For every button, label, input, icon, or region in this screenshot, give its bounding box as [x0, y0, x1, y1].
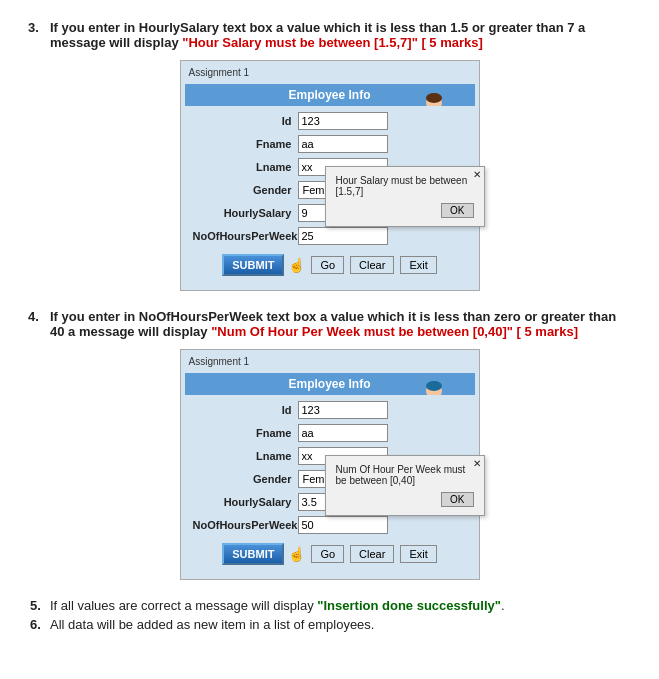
app-body-1: Id Fname Lname Gender Female Male ✕: [185, 106, 475, 286]
instruction-5: If all values are correct a message will…: [30, 598, 629, 613]
noofhours-label-2: NoOfHoursPerWeek: [193, 519, 298, 531]
instruction-3-text: 3. If you enter in HourlySalary text box…: [30, 20, 629, 50]
go-btn-2[interactable]: Go: [311, 545, 344, 563]
form-row-id-2: Id: [193, 401, 467, 419]
employee-info-title-1: Employee Info: [288, 88, 370, 102]
lname-label-2: Lname: [193, 450, 298, 462]
lname-label-1: Lname: [193, 161, 298, 173]
employee-info-title-2: Employee Info: [288, 377, 370, 391]
cursor-icon-1: ☝: [288, 257, 305, 273]
gender-label-1: Gender: [193, 184, 298, 196]
noofhours-input-1[interactable]: [298, 227, 388, 245]
instruction-6-text: All data will be added as new item in a …: [50, 617, 374, 632]
instruction-5-after: .: [501, 598, 505, 613]
submit-btn-2[interactable]: SUBMIT: [222, 543, 284, 565]
noofhours-label-1: NoOfHoursPerWeek: [193, 230, 298, 242]
instruction-4-text: 4. If you enter in NoOfHoursPerWeek text…: [30, 309, 629, 339]
instruction-4-number: 4.: [28, 309, 39, 324]
dialog-2: ✕ Num Of Hour Per Week must be between […: [325, 455, 485, 516]
form-row-fname-1: Fname: [193, 135, 467, 153]
instructions-56: If all values are correct a message will…: [30, 598, 629, 632]
form-row-noofhours-2: NoOfHoursPerWeek: [193, 516, 467, 534]
instruction-3-end: [ 5 marks]: [418, 35, 483, 50]
instruction-4: 4. If you enter in NoOfHoursPerWeek text…: [30, 309, 629, 580]
id-label-2: Id: [193, 404, 298, 416]
svg-point-11: [426, 381, 442, 391]
id-input-2[interactable]: [298, 401, 388, 419]
exit-btn-2[interactable]: Exit: [400, 545, 436, 563]
instruction-3: 3. If you enter in HourlySalary text box…: [30, 20, 629, 291]
instruction-3-number: 3.: [28, 20, 39, 35]
id-label-1: Id: [193, 115, 298, 127]
form-row-noofhours-1: NoOfHoursPerWeek: [193, 227, 467, 245]
instruction-6: All data will be added as new item in a …: [30, 617, 629, 632]
form-row-id-1: Id: [193, 112, 467, 130]
hourly-label-2: HourlySalary: [193, 496, 298, 508]
id-input-1[interactable]: [298, 112, 388, 130]
fname-label-2: Fname: [193, 427, 298, 439]
fname-label-1: Fname: [193, 138, 298, 150]
exit-btn-1[interactable]: Exit: [400, 256, 436, 274]
form-row-fname-2: Fname: [193, 424, 467, 442]
dialog-close-1[interactable]: ✕: [473, 169, 481, 180]
submit-btn-1[interactable]: SUBMIT: [222, 254, 284, 276]
instruction-3-highlight: "Hour Salary must be between [1.5,7]": [182, 35, 418, 50]
dialog-close-2[interactable]: ✕: [473, 458, 481, 469]
app-title-bar-1: Assignment 1: [185, 65, 475, 80]
dialog-ok-btn-1[interactable]: OK: [441, 203, 473, 218]
form-row-gender-2: Gender Female Male ✕ Num Of Hour Per Wee…: [193, 470, 467, 488]
dialog-message-1: Hour Salary must be between [1.5,7]: [336, 175, 474, 197]
instruction-5-before: If all values are correct a message will…: [50, 598, 317, 613]
dialog-1: ✕ Hour Salary must be between [1.5,7] OK: [325, 166, 485, 227]
cursor-icon-2: ☝: [288, 546, 305, 562]
instruction-5-highlight: "Insertion done successfully": [317, 598, 501, 613]
clear-btn-2[interactable]: Clear: [350, 545, 394, 563]
btn-row-2: SUBMIT ☝ Go Clear Exit: [193, 539, 467, 569]
app-body-2: Id Fname Lname Gender Female Male ✕: [185, 395, 475, 575]
app-title-bar-2: Assignment 1: [185, 354, 475, 369]
app-header-1: Employee Info: [185, 84, 475, 106]
clear-btn-1[interactable]: Clear: [350, 256, 394, 274]
app-window-1: Assignment 1 Employee Info: [180, 60, 480, 291]
noofhours-input-2[interactable]: [298, 516, 388, 534]
fname-input-1[interactable]: [298, 135, 388, 153]
dialog-ok-btn-2[interactable]: OK: [441, 492, 473, 507]
form-row-gender-1: Gender Female Male ✕ Hour Salary must be…: [193, 181, 467, 199]
fname-input-2[interactable]: [298, 424, 388, 442]
app-header-2: Employee Info: [185, 373, 475, 395]
instruction-4-highlight: "Num Of Hour Per Week must be between [0…: [211, 324, 513, 339]
hourly-label-1: HourlySalary: [193, 207, 298, 219]
gender-label-2: Gender: [193, 473, 298, 485]
svg-point-1: [426, 93, 442, 103]
instruction-4-end: [ 5 marks]: [513, 324, 578, 339]
btn-row-1: SUBMIT ☝ Go Clear Exit: [193, 250, 467, 280]
dialog-message-2: Num Of Hour Per Week must be between [0,…: [336, 464, 474, 486]
app-window-2: Assignment 1 Employee Info: [180, 349, 480, 580]
go-btn-1[interactable]: Go: [311, 256, 344, 274]
